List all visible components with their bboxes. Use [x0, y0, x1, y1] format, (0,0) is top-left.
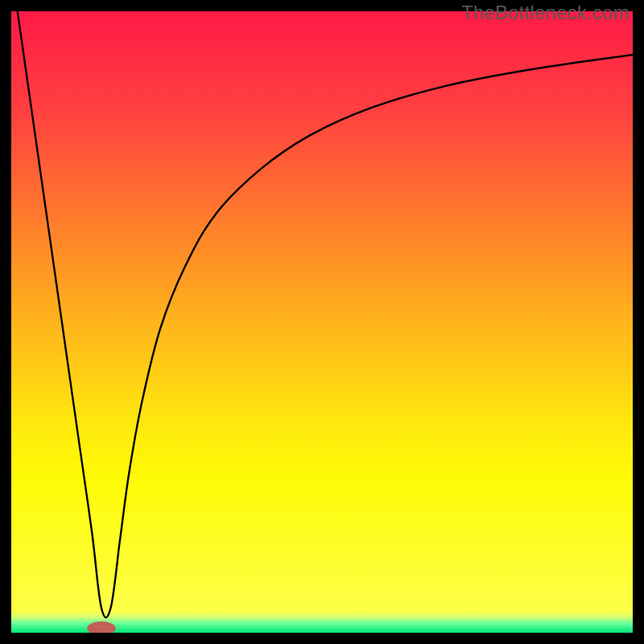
gradient-background [11, 11, 633, 633]
watermark-text: TheBottleneck.com [461, 2, 630, 24]
chart-frame [11, 11, 633, 633]
bottleneck-chart [11, 11, 633, 633]
